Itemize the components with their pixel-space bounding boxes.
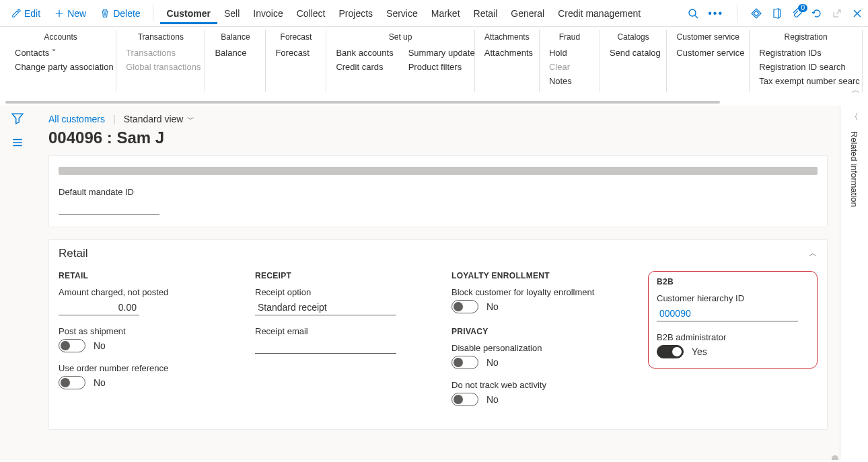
separator <box>153 5 153 22</box>
office-icon[interactable] <box>771 8 782 19</box>
dnt-toggle[interactable] <box>451 393 478 406</box>
ribbon-item-attachments[interactable]: Attachments <box>484 46 530 60</box>
dnt-label: Do not track web activity <box>451 380 621 390</box>
ribbon-group-title: Set up <box>336 32 464 42</box>
receipt-option-field[interactable]: Standard receipt <box>255 300 396 315</box>
ribbon-item-clear: Clear <box>549 60 590 74</box>
tab-market[interactable]: Market <box>425 3 467 24</box>
ribbon-group-title: Attachments <box>484 32 530 42</box>
pencil-icon <box>11 9 22 18</box>
default-mandate-field[interactable] <box>59 201 159 215</box>
b2b-group-title: B2B <box>657 277 809 286</box>
list-icon[interactable] <box>11 137 24 149</box>
vertical-scrollbar[interactable] <box>832 455 838 460</box>
ribbon-group-title: Catalogs <box>610 32 657 42</box>
popout-icon[interactable] <box>832 8 842 19</box>
customer-hierarchy-label: Customer hierarchy ID <box>657 293 809 303</box>
attachments-icon[interactable]: 0 <box>791 8 802 19</box>
diamond-icon[interactable] <box>751 8 762 19</box>
ribbon-group-accounts: AccountsContacts ˅Change party associati… <box>5 30 116 92</box>
search-icon[interactable] <box>688 8 698 19</box>
ribbon-group-title: Balance <box>215 32 256 42</box>
post-as-shipment-value: No <box>94 340 106 351</box>
ribbon-item-summary-update[interactable]: Summary update <box>408 46 475 60</box>
ribbon-item-hold[interactable]: Hold <box>549 46 590 60</box>
delete-button[interactable]: Delete <box>94 5 145 22</box>
ribbon-item-forecast[interactable]: Forecast <box>275 46 316 60</box>
view-label: Standard view <box>124 114 184 124</box>
ribbon-collapse-icon[interactable]: ︿ <box>852 85 860 96</box>
use-order-ref-toggle[interactable] <box>59 376 85 389</box>
post-as-shipment-toggle[interactable] <box>59 339 85 352</box>
section-collapse-icon[interactable]: ︿ <box>809 247 818 260</box>
ribbon-item-registration-ids[interactable]: Registration IDs <box>759 46 853 60</box>
ribbon-item-notes[interactable]: Notes <box>549 74 590 88</box>
tab-projects[interactable]: Projects <box>332 3 379 24</box>
block-loyalty-toggle[interactable] <box>451 300 478 313</box>
breadcrumb-link[interactable]: All customers <box>48 114 105 124</box>
loyalty-group-title: LOYALTY ENROLLMENT <box>451 271 621 280</box>
disable-pers-toggle[interactable] <box>451 356 478 369</box>
separator <box>737 5 737 22</box>
ribbon-group-title: Forecast <box>275 32 316 42</box>
receipt-option-label: Receipt option <box>255 287 425 297</box>
ribbon-horizontal-scrollbar[interactable] <box>0 99 868 106</box>
close-icon[interactable] <box>852 8 863 19</box>
tab-service[interactable]: Service <box>379 3 425 24</box>
retail-column: RETAIL Amount charged, not posted 0.00 P… <box>59 271 228 417</box>
b2b-admin-toggle[interactable] <box>657 345 684 358</box>
amount-charged-label: Amount charged, not posted <box>59 287 228 297</box>
edit-button[interactable]: Edit <box>5 5 46 22</box>
tab-retail[interactable]: Retail <box>467 3 505 24</box>
tab-general[interactable]: General <box>504 3 551 24</box>
tab-collect[interactable]: Collect <box>290 3 332 24</box>
right-rail-expand-icon[interactable]: 〈 <box>850 111 859 123</box>
ribbon-item-change-party-association[interactable]: Change party association <box>15 60 106 74</box>
ribbon-item-registration-id-search[interactable]: Registration ID search <box>759 60 853 74</box>
retail-group-title: RETAIL <box>59 271 228 280</box>
retail-section-title: Retail <box>59 247 87 260</box>
ribbon-item-product-filters[interactable]: Product filters <box>408 60 475 74</box>
customer-hierarchy-field[interactable]: 000090 <box>657 306 798 321</box>
tab-invoice[interactable]: Invoice <box>246 3 289 24</box>
b2b-highlight-box: B2B Customer hierarchy ID 000090 B2B adm… <box>648 271 818 369</box>
ribbon-item-bank-accounts[interactable]: Bank accounts <box>336 46 393 60</box>
ribbon-item-customer-service[interactable]: Customer service <box>676 46 739 60</box>
attachment-count-badge: 0 <box>798 4 807 12</box>
filter-icon[interactable] <box>11 112 24 124</box>
block-loyalty-value: No <box>486 301 499 312</box>
amount-charged-field[interactable]: 0.00 <box>59 300 139 315</box>
ribbon-item-send-catalog[interactable]: Send catalog <box>610 46 657 60</box>
ribbon-group-title: Accounts <box>15 32 106 42</box>
ribbon-item-balance[interactable]: Balance <box>215 46 256 60</box>
ribbon-item-credit-cards[interactable]: Credit cards <box>336 60 393 74</box>
refresh-icon[interactable] <box>811 8 822 19</box>
default-mandate-label: Default mandate ID <box>59 187 818 197</box>
inner-horizontal-scrollbar[interactable] <box>59 167 818 175</box>
ribbon-group-title: Transactions <box>126 32 195 42</box>
more-icon[interactable]: ••• <box>708 7 723 20</box>
view-selector[interactable]: Standard view ﹀ <box>124 114 195 124</box>
ribbon-group-title: Customer service <box>676 32 739 42</box>
disable-pers-label: Disable personalization <box>451 343 621 353</box>
ribbon-item-contacts[interactable]: Contacts ˅ <box>15 46 106 60</box>
post-as-shipment-label: Post as shipment <box>59 326 228 336</box>
new-button[interactable]: New <box>48 5 92 22</box>
related-information-label[interactable]: Related information <box>849 131 859 207</box>
tab-sell[interactable]: Sell <box>217 3 246 24</box>
ribbon-item-transactions: Transactions <box>126 46 195 60</box>
ribbon-group-set-up: Set upBank accountsSummary updateCredit … <box>326 30 474 92</box>
ribbon-group-title: Fraud <box>549 32 590 42</box>
tab-credit-management[interactable]: Credit management <box>551 3 647 24</box>
module-tabs: CustomerSellInvoiceCollectProjectsServic… <box>160 3 648 24</box>
ribbon-group-registration: RegistrationRegistration IDsRegistration… <box>750 30 863 92</box>
block-loyalty-label: Block customer for loyalty enrollment <box>451 287 621 297</box>
upper-card: Default mandate ID <box>48 155 828 227</box>
receipt-email-field[interactable] <box>255 339 396 354</box>
ribbon-item-tax-exempt-number-searc[interactable]: Tax exempt number searc <box>759 74 853 88</box>
use-order-ref-value: No <box>94 377 106 388</box>
tab-customer[interactable]: Customer <box>160 3 217 24</box>
svg-point-0 <box>689 9 696 16</box>
ribbon-group-catalogs: CatalogsSend catalog <box>600 30 667 92</box>
use-order-ref-label: Use order number reference <box>59 363 228 373</box>
